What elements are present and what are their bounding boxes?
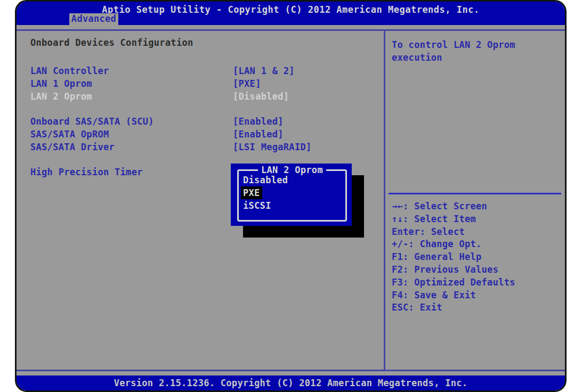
setting-label: SAS/SATA OpROM [30, 129, 109, 140]
popup-border: LAN 2 Oprom DisabledPXEiSCSI [237, 169, 347, 222]
key-hint-row: ↑↓: Select Item [392, 213, 515, 226]
popup-option-label: iSCSI [243, 199, 271, 212]
key-hint-row: Enter: Select [392, 226, 515, 239]
setting-row[interactable]: LAN 1 Oprom[PXE] [30, 77, 384, 90]
footer-separator [17, 370, 565, 371]
setting-row[interactable]: SAS/SATA Driver[LSI MegaRAID] [30, 141, 384, 153]
key-hint-row: F2: Previous Values [392, 264, 515, 276]
popup-option-list: DisabledPXEiSCSI [243, 174, 288, 212]
footer-bar: Version 2.15.1236. Copyright (C) 2012 Am… [17, 375, 565, 390]
setting-label: Onboard SAS/SATA (SCU) [30, 116, 154, 127]
popup-option[interactable]: iSCSI [243, 199, 288, 212]
key-hint-row: ESC: Exit [392, 301, 515, 314]
help-panel-separator [389, 193, 561, 194]
setting-row[interactable]: SAS/SATA OpROM[Enabled] [30, 128, 384, 141]
setting-value: [Enabled] [233, 115, 284, 128]
setting-label: LAN 2 Oprom [30, 91, 92, 102]
popup-option[interactable]: Disabled [243, 174, 288, 186]
popup-option-label: Disabled [243, 174, 288, 186]
help-description: To control LAN 2 Oprom execution [385, 31, 536, 64]
setting-label: LAN Controller [30, 66, 109, 76]
bios-setup-window: Aptio Setup Utility - Copyright (C) 2012… [15, 0, 567, 392]
key-hint-row: +/-: Change Opt. [392, 238, 515, 251]
popup-option-label: PXE [241, 186, 262, 199]
key-hint-row: →←: Select Screen [392, 200, 515, 213]
setting-value: [LSI MegaRAID] [233, 141, 312, 153]
setting-row[interactable]: LAN 2 Oprom[Disabled] [30, 90, 384, 103]
setting-group: LAN Controller[LAN 1 & 2]LAN 1 Oprom[PXE… [30, 64, 384, 103]
section-title: Onboard Devices Configuration [30, 38, 384, 47]
key-hint-row: F1: General Help [392, 251, 515, 264]
tab-advanced[interactable]: Advanced [69, 13, 118, 25]
setting-label: High Precision Timer [30, 167, 143, 177]
option-popup: LAN 2 Oprom DisabledPXEiSCSI [231, 164, 352, 226]
key-hint-list: →←: Select Screen↑↓: Select ItemEnter: S… [392, 200, 515, 314]
setting-group: Onboard SAS/SATA (SCU)[Enabled]SAS/SATA … [30, 115, 384, 153]
help-panel: To control LAN 2 Oprom execution →←: Sel… [385, 31, 565, 370]
popup-option[interactable]: PXE [243, 186, 288, 199]
setting-row[interactable]: Onboard SAS/SATA (SCU)[Enabled] [30, 115, 384, 128]
setting-value: [Enabled] [233, 128, 284, 141]
setting-value: [LAN 1 & 2] [233, 64, 295, 77]
setting-label: LAN 1 Oprom [30, 78, 92, 89]
setting-value: [Disabled] [233, 90, 289, 103]
key-hint-row: F4: Save & Exit [392, 289, 515, 302]
setting-value: [PXE] [233, 77, 261, 90]
setting-label: SAS/SATA Driver [30, 142, 115, 152]
settings-list: LAN Controller[LAN 1 & 2]LAN 1 Oprom[PXE… [30, 64, 384, 178]
version-text: Version 2.15.1236. Copyright (C) 2012 Am… [114, 375, 468, 388]
setting-row[interactable]: LAN Controller[LAN 1 & 2] [30, 64, 384, 77]
key-hint-row: F3: Optimized Defaults [392, 276, 515, 289]
